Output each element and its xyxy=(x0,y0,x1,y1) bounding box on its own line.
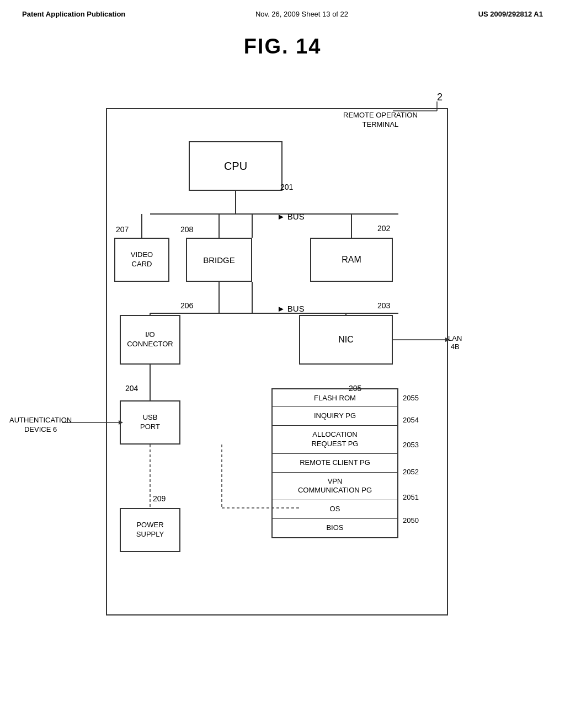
bios-row: BIOS xyxy=(273,519,397,537)
bridge-label: BRIDGE xyxy=(203,255,235,265)
header-right: US 2009/292812 A1 xyxy=(478,10,543,18)
cpu-box: CPU xyxy=(189,141,282,191)
label-204: 204 xyxy=(125,384,138,393)
inquiry-pg-row: INQUIRY PG xyxy=(273,407,397,426)
label-2050: 2050 xyxy=(403,516,419,524)
label-2052: 2052 xyxy=(403,468,419,476)
label-2051: 2051 xyxy=(403,493,419,501)
cpu-label: CPU xyxy=(224,160,247,173)
power-supply-box: POWER SUPPLY xyxy=(120,508,180,552)
label-201: 201 xyxy=(280,183,293,191)
bus-bottom-text: BUS xyxy=(287,304,305,313)
flash-rom-title: FLASH ROM xyxy=(273,389,397,407)
header-left: Patent Application Publication xyxy=(22,10,125,18)
power-supply-label: POWER SUPPLY xyxy=(136,521,164,539)
nic-label: NIC xyxy=(338,335,354,345)
remote-operation-label: REMOTE OPERATION TERMINAL xyxy=(343,111,418,130)
remote-client-pg-row: REMOTE CLIENT PG xyxy=(273,454,397,473)
bridge-box: BRIDGE xyxy=(186,238,252,282)
label-202: 202 xyxy=(377,224,390,233)
video-card-label: VIDEO CARD xyxy=(131,250,153,269)
page-header: Patent Application Publication Nov. 26, … xyxy=(0,0,565,24)
lan-label: LAN 4B xyxy=(448,334,462,351)
usb-port-box: USB PORT xyxy=(120,400,180,445)
video-card-box: VIDEO CARD xyxy=(114,238,169,282)
diagram-container: 2 REMOTE OPERATION TERMINAL CPU 201 ►BUS… xyxy=(62,75,503,682)
bus-top-label: ►BUS xyxy=(277,212,305,221)
allocation-request-pg-row: ALLOCATION REQUEST PG xyxy=(273,426,397,454)
figure-title: FIG. 14 xyxy=(0,35,565,58)
label-208: 208 xyxy=(180,225,193,234)
io-connector-label: I/O CONNECTOR xyxy=(127,330,173,349)
header-middle: Nov. 26, 2009 Sheet 13 of 22 xyxy=(255,10,348,18)
usb-port-label: USB PORT xyxy=(140,413,160,432)
nic-box: NIC xyxy=(299,315,393,365)
os-row: OS xyxy=(273,500,397,519)
flash-rom-stack: FLASH ROM INQUIRY PG ALLOCATION REQUEST … xyxy=(271,388,398,538)
label-2055: 2055 xyxy=(403,394,419,402)
label-2053: 2053 xyxy=(403,441,419,449)
label-203: 203 xyxy=(377,301,390,310)
bus-bottom-label: ►BUS xyxy=(277,304,305,313)
ram-label: RAM xyxy=(342,255,361,265)
label-2054: 2054 xyxy=(403,416,419,424)
label-2: 2 xyxy=(437,92,443,103)
bus-top-text: BUS xyxy=(287,212,305,221)
ram-box: RAM xyxy=(310,238,393,282)
auth-device-label: AUTHENTICATION DEVICE 6 xyxy=(9,416,72,435)
io-connector-box: I/O CONNECTOR xyxy=(120,315,180,365)
label-207: 207 xyxy=(116,225,129,234)
vpn-pg-row: VPN COMMUNICATION PG xyxy=(273,473,397,501)
label-206: 206 xyxy=(180,301,193,310)
label-209: 209 xyxy=(153,494,166,503)
